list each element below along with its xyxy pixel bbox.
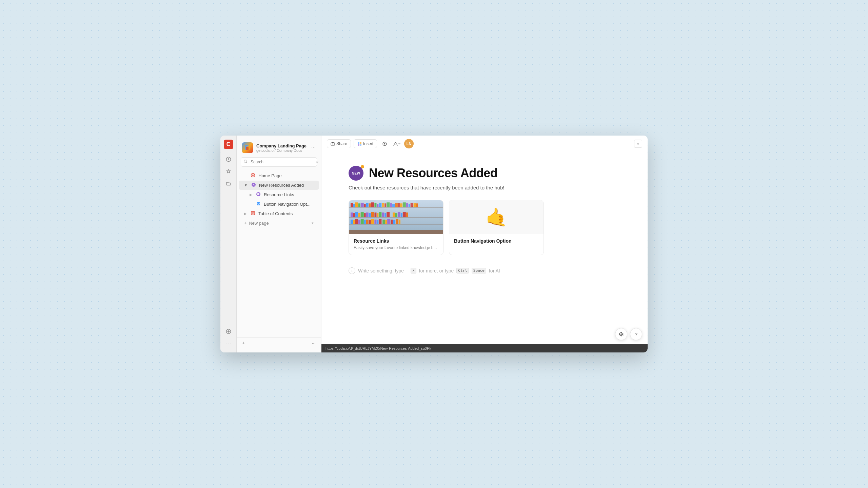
- main-content: Share Insert: [321, 136, 648, 352]
- sidebar-item-button-nav[interactable]: ▶ Button Navigation Opt...: [239, 200, 319, 209]
- search-input[interactable]: [241, 157, 317, 167]
- svg-rect-11: [257, 193, 259, 195]
- sidebar-item-resource-links[interactable]: ▶ Resource Links: [239, 190, 319, 199]
- svg-rect-87: [385, 220, 387, 224]
- help-button[interactable]: ?: [630, 328, 642, 340]
- resource-links-card-body: Resource Links Easily save your favorite…: [349, 234, 443, 255]
- svg-rect-78: [361, 219, 364, 224]
- share-label: Share: [336, 141, 347, 146]
- sidebar-new-page-button[interactable]: + New page ▾: [239, 219, 319, 227]
- svg-rect-53: [351, 212, 353, 217]
- svg-rect-16: [360, 142, 361, 144]
- svg-rect-28: [353, 204, 355, 207]
- button-nav-label: Button Navigation Opt...: [264, 202, 314, 207]
- page-content: NEW New Resources Added Check out these …: [321, 152, 648, 344]
- svg-rect-27: [351, 203, 353, 207]
- user-avatar[interactable]: LN: [404, 139, 414, 148]
- svg-rect-68: [393, 212, 395, 217]
- app-logo[interactable]: C: [224, 140, 233, 149]
- write-prompt-text: Write something, type: [358, 268, 404, 273]
- page-title: New Resources Added: [369, 166, 497, 180]
- svg-rect-90: [393, 220, 395, 224]
- button-nav-card-body: Button Navigation Option: [449, 234, 544, 249]
- svg-rect-32: [364, 204, 366, 207]
- button-nav-icon: [256, 201, 261, 207]
- folder-icon[interactable]: [224, 179, 233, 188]
- chevron-toc: ▶: [244, 212, 247, 216]
- clock-icon[interactable]: [224, 155, 233, 164]
- page-url: https://coda.io/d/_dctURLJYMZ0/New-Resou…: [326, 346, 431, 350]
- sidebar-more-button[interactable]: ···: [312, 340, 316, 346]
- hand-icon: 🤙: [486, 208, 508, 226]
- svg-point-20: [384, 143, 385, 144]
- svg-rect-88: [387, 219, 390, 224]
- resource-links-icon: [256, 192, 261, 198]
- write-prompt-plus-icon: +: [349, 267, 355, 274]
- sidebar-item-table-of-contents[interactable]: ▶ Table of Contents: [239, 209, 319, 218]
- svg-rect-23: [349, 230, 443, 234]
- new-resources-label: New Resources Added: [259, 183, 307, 188]
- settings-button[interactable]: [380, 139, 389, 148]
- sidebar-header: Company Landing Page getcoda.io / Compan…: [237, 140, 321, 157]
- svg-rect-71: [401, 213, 402, 217]
- svg-rect-64: [379, 212, 381, 217]
- svg-rect-59: [366, 212, 369, 217]
- svg-point-5: [244, 160, 246, 162]
- cards-row: Resource Links Easily save your favorite…: [349, 200, 620, 255]
- resource-links-label: Resource Links: [264, 192, 314, 197]
- svg-rect-66: [384, 213, 386, 217]
- write-prompt[interactable]: + Write something, type / for more, or t…: [349, 265, 620, 277]
- new-badge: NEW: [349, 166, 363, 181]
- home-page-icon: [250, 173, 256, 179]
- svg-rect-85: [379, 219, 381, 224]
- resource-links-card[interactable]: Resource Links Easily save your favorite…: [349, 200, 443, 255]
- space-key: Space: [472, 268, 486, 273]
- collapse-right-button[interactable]: «: [634, 140, 642, 148]
- float-buttons: ?: [615, 328, 642, 340]
- svg-rect-25: [349, 217, 443, 218]
- profile-button[interactable]: [392, 139, 401, 148]
- page-subtitle: Check out these resources that have rece…: [349, 185, 620, 190]
- add-button[interactable]: +: [242, 340, 245, 346]
- svg-rect-34: [369, 203, 371, 207]
- sidebar-menu-button[interactable]: ···: [311, 145, 316, 151]
- svg-rect-77: [358, 220, 360, 224]
- svg-point-7: [252, 175, 254, 176]
- sidebar-item-home-page[interactable]: ▶ Home Page: [239, 171, 319, 180]
- svg-rect-62: [374, 212, 376, 217]
- svg-rect-92: [399, 220, 400, 224]
- share-button[interactable]: Share: [327, 139, 351, 148]
- doc-title: Company Landing Page: [256, 143, 308, 148]
- bottom-bar: https://coda.io/d/_dctURLJYMZ0/New-Resou…: [321, 344, 648, 352]
- chevron-resource-links: ▶: [250, 193, 252, 197]
- add-doc-icon[interactable]: [224, 327, 233, 336]
- new-page-plus-icon: +: [244, 220, 247, 226]
- svg-rect-70: [398, 212, 400, 217]
- sidebar: Company Landing Page getcoda.io / Compan…: [237, 136, 321, 352]
- svg-rect-72: [403, 212, 406, 217]
- svg-rect-63: [377, 213, 378, 217]
- table-of-contents-label: Table of Contents: [258, 211, 314, 216]
- resource-links-card-image: [349, 200, 443, 234]
- move-button[interactable]: [615, 328, 627, 340]
- svg-rect-86: [382, 220, 385, 224]
- new-resources-icon: N: [251, 182, 256, 188]
- svg-rect-76: [355, 219, 358, 224]
- more-icon[interactable]: ···: [224, 339, 233, 348]
- svg-rect-15: [358, 142, 359, 144]
- page-title-row: NEW New Resources Added: [349, 166, 620, 181]
- nav-items: ▶ Home Page ▼ N New Res: [237, 169, 321, 337]
- expand-chevron-icon: ▼: [244, 183, 248, 187]
- svg-rect-89: [391, 220, 393, 224]
- svg-rect-35: [371, 202, 374, 207]
- ctrl-key: Ctrl: [456, 268, 469, 273]
- collapse-sidebar-button[interactable]: «: [316, 159, 318, 165]
- svg-rect-17: [358, 144, 359, 146]
- insert-button[interactable]: Insert: [354, 139, 377, 148]
- button-nav-card[interactable]: 🤙 Button Navigation Option: [449, 200, 544, 255]
- svg-rect-75: [353, 220, 355, 224]
- svg-text:N: N: [253, 184, 254, 186]
- svg-rect-65: [382, 212, 384, 217]
- star-icon[interactable]: [224, 167, 233, 176]
- sidebar-item-new-resources-added[interactable]: ▼ N New Resources Added ···: [239, 181, 319, 190]
